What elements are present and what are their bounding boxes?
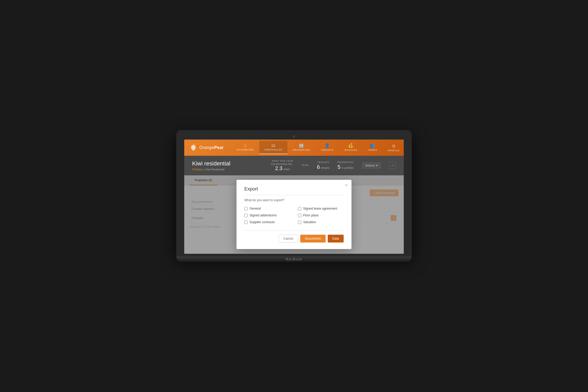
checkbox-supplier-contracts-label: Supplier contracts <box>250 220 275 224</box>
checkbox-general-input[interactable] <box>244 207 248 210</box>
nav-item-invoices[interactable]: 💰 INVOICES <box>339 141 363 154</box>
dashboard-icon: ⌂ <box>244 143 247 148</box>
stat-warl-label: WARL <box>302 164 309 166</box>
data-button[interactable]: Data <box>328 235 344 243</box>
modal-subtitle: What do you want to export? <box>244 198 344 202</box>
laptop-base: MacBook <box>176 256 412 262</box>
nav-item-properties-label: PROPERTIES <box>293 149 310 151</box>
nav-logo: OrangePear <box>189 144 224 152</box>
checkbox-general-label: General <box>250 207 261 210</box>
stat-tenants: Tenants 6 tenants <box>317 161 330 170</box>
modal-overlay: Export × What do you want to export? Gen… <box>184 175 404 254</box>
nav-item-invoices-label: INVOICES <box>344 149 358 151</box>
actions-button[interactable]: Actions ▾ <box>362 162 381 169</box>
breadcrumb-parent[interactable]: Portfolios <box>192 168 203 171</box>
stat-warl: WARL <box>302 164 309 167</box>
documents-button[interactable]: Documents <box>300 235 326 243</box>
checkbox-supplier-contracts[interactable]: Supplier contracts <box>244 220 290 224</box>
stat-properties-value: 5 in portfolio <box>337 164 354 170</box>
tenants-icon: 👤 <box>325 143 330 148</box>
nav-item-users-label: USERS <box>368 149 377 151</box>
page-title: Kiwi residential <box>192 160 230 167</box>
actions-dropdown-icon: ▾ <box>376 164 378 167</box>
checkbox-signed-addendums-label: Signed addendums <box>250 214 276 217</box>
checkbox-signed-lease-label: Signed lease agreement <box>303 207 337 210</box>
breadcrumb-current: » Kiwi Residential <box>204 168 224 171</box>
stat-rent: Rent this year €20,950.00/€91,950... 2.3… <box>271 160 294 171</box>
properties-icon: 🏢 <box>299 143 304 148</box>
nav-item-tenants[interactable]: 👤 TENANTS <box>316 141 339 154</box>
stat-rent-label: Rent this year <box>271 160 294 162</box>
documents-label: Documents <box>305 237 321 240</box>
nav-item-portfolios[interactable]: 🗂 PORTFOLIOS <box>259 141 287 154</box>
users-icon: 👥 <box>370 143 375 148</box>
actions-button-label: Actions <box>365 164 375 167</box>
checkbox-signed-addendums[interactable]: Signed addendums <box>244 214 290 217</box>
expand-button[interactable]: ⤢ <box>389 162 396 169</box>
checkbox-signed-lease-input[interactable] <box>298 207 301 210</box>
modal-footer: Cancel Documents Data <box>244 230 344 243</box>
portfolios-icon: 🗂 <box>271 143 276 148</box>
close-icon: × <box>345 183 348 187</box>
logo-icon <box>189 144 197 152</box>
app-wrapper: OrangePear ⌂ DASHBOARD 🗂 PORTFOLIOS 🏢 <box>184 140 404 254</box>
profile-icon: ⊙ <box>392 143 396 148</box>
export-modal: Export × What do you want to export? Gen… <box>237 180 351 249</box>
top-nav: OrangePear ⌂ DASHBOARD 🗂 PORTFOLIOS 🏢 <box>184 140 404 156</box>
data-label: Data <box>332 237 339 240</box>
sub-header: Kiwi residential Portfolios » Kiwi Resid… <box>184 156 404 175</box>
laptop-brand-label: MacBook <box>286 257 302 261</box>
checkbox-signed-lease[interactable]: Signed lease agreement <box>298 207 344 210</box>
checkbox-floor-plans-label: Floor plans <box>303 214 319 217</box>
modal-checkboxes: General Signed lease agreement Signed ad… <box>244 207 344 224</box>
stat-properties-label: Properties <box>337 161 354 164</box>
checkbox-signed-addendums-input[interactable] <box>244 214 248 217</box>
nav-items: ⌂ DASHBOARD 🗂 PORTFOLIOS 🏢 PROPERTIES <box>232 141 383 154</box>
laptop-camera <box>293 135 295 137</box>
invoices-icon: 💰 <box>348 143 354 148</box>
nav-profile-label: PROFILE <box>388 149 400 152</box>
stat-properties: Properties 5 in portfolio <box>337 161 354 170</box>
laptop-screen: OrangePear ⌂ DASHBOARD 🗂 PORTFOLIOS 🏢 <box>184 140 404 254</box>
breadcrumb: Portfolios » Kiwi Residential <box>192 168 230 171</box>
nav-item-dashboard[interactable]: ⌂ DASHBOARD <box>232 141 259 154</box>
expand-icon: ⤢ <box>391 164 394 167</box>
sub-header-left: Kiwi residential Portfolios » Kiwi Resid… <box>192 160 230 171</box>
main-content: Properties (5) + Add Document <box>184 175 404 254</box>
nav-profile[interactable]: ⊙ PROFILE <box>383 141 404 154</box>
cancel-button[interactable]: Cancel <box>279 235 298 243</box>
nav-item-tenants-label: TENANTS <box>321 149 334 151</box>
cancel-label: Cancel <box>284 237 293 240</box>
stat-rent-prefix: €20,950.00/€91,950... <box>271 163 294 165</box>
stat-tenants-value: 6 tenants <box>317 164 330 170</box>
checkbox-floor-plans-input[interactable] <box>298 214 301 217</box>
nav-item-users[interactable]: 👥 USERS <box>363 141 383 154</box>
checkbox-valuation-label: Valuation <box>303 220 316 224</box>
nav-item-portfolios-label: PORTFOLIOS <box>264 148 282 151</box>
modal-title: Export <box>244 186 344 195</box>
nav-item-dashboard-label: DASHBOARD <box>237 148 254 151</box>
checkbox-floor-plans[interactable]: Floor plans <box>298 214 344 217</box>
checkbox-valuation-input[interactable] <box>298 221 301 224</box>
checkbox-valuation[interactable]: Valuation <box>298 220 344 224</box>
checkbox-supplier-contracts-input[interactable] <box>244 221 248 224</box>
modal-close-button[interactable]: × <box>345 183 348 188</box>
sub-header-stats: Rent this year €20,950.00/€91,950... 2.3… <box>271 160 396 171</box>
nav-item-properties[interactable]: 🏢 PROPERTIES <box>287 141 316 154</box>
nav-logo-text: OrangePear <box>199 145 224 150</box>
stat-tenants-label: Tenants <box>317 161 330 164</box>
checkbox-general[interactable]: General <box>244 207 290 210</box>
stat-rent-value: 2.3 years <box>271 165 294 171</box>
